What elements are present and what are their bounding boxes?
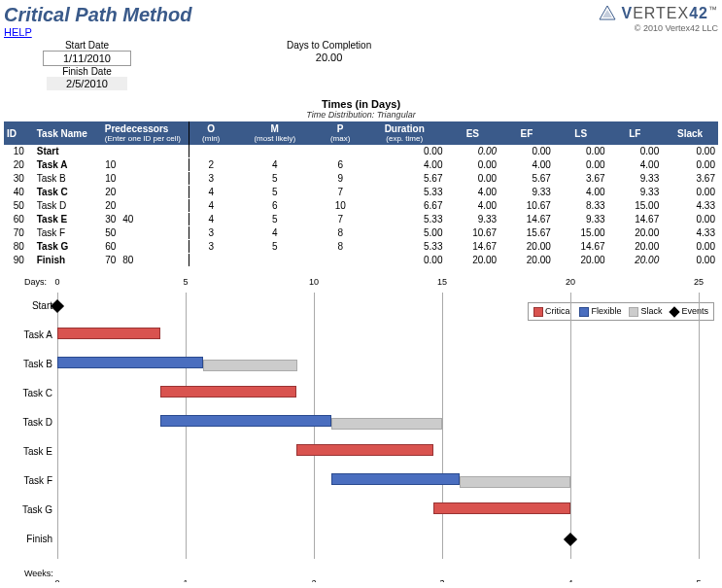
cell-pred[interactable]: 80 [120,254,137,267]
cell-pred[interactable] [172,254,189,267]
cell-id[interactable]: 40 [4,186,34,199]
cell-pred[interactable] [155,226,172,240]
cell-o[interactable]: 3 [189,226,232,240]
cell-m[interactable]: 5 [232,240,317,254]
cell-pred[interactable] [172,226,189,240]
cell-pred[interactable] [120,145,137,158]
cell-pred[interactable] [137,158,155,172]
cell-pred[interactable] [102,145,120,158]
cell-task[interactable]: Task G [34,240,102,254]
cell-m[interactable]: 6 [232,199,317,213]
cell-pred[interactable] [137,254,155,267]
cell-pred[interactable] [120,226,137,240]
cell-o[interactable]: 4 [189,199,232,213]
cell-pred[interactable] [137,145,155,158]
cell-o[interactable]: 4 [189,186,232,199]
cell-pred[interactable] [137,172,155,186]
cell-o[interactable] [189,254,232,267]
cell-o[interactable]: 4 [189,213,232,226]
cell-pred[interactable]: 40 [120,213,137,226]
cell-p[interactable] [317,145,362,158]
cell-p[interactable]: 7 [317,186,362,199]
cell-id[interactable]: 50 [4,199,34,213]
cell-pred[interactable] [120,172,137,186]
cell-task[interactable]: Task F [34,226,102,240]
help-link[interactable]: HELP [4,26,32,38]
cell-pred[interactable] [172,186,189,199]
cell-p[interactable]: 10 [317,199,362,213]
cell-task[interactable]: Task D [34,199,102,213]
table-row[interactable]: 40Task C204575.334.009.334.009.330.00 [4,186,718,199]
cell-pred[interactable]: 20 [102,186,120,199]
cell-pred[interactable]: 60 [102,240,120,254]
cell-pred[interactable] [172,145,189,158]
cell-m[interactable]: 5 [232,172,317,186]
cell-p[interactable] [317,254,362,267]
cell-m[interactable]: 5 [232,213,317,226]
cell-m[interactable]: 5 [232,186,317,199]
cell-o[interactable] [189,145,232,158]
table-row[interactable]: 10Start0.000.000.000.000.000.00 [4,145,718,158]
cell-task[interactable]: Task A [34,158,102,172]
cell-pred[interactable] [155,254,172,267]
cell-p[interactable]: 7 [317,213,362,226]
cell-pred[interactable]: 50 [102,226,120,240]
cell-pred[interactable] [137,240,155,254]
cell-pred[interactable] [137,213,155,226]
cell-id[interactable]: 10 [4,145,34,158]
cell-pred[interactable] [137,226,155,240]
cell-o[interactable]: 3 [189,172,232,186]
table-row[interactable]: 50Task D2046106.674.0010.678.3315.004.33 [4,199,718,213]
cell-pred[interactable] [120,240,137,254]
cell-pred[interactable]: 20 [102,199,120,213]
cell-p[interactable]: 6 [317,158,362,172]
cell-pred[interactable] [155,213,172,226]
cell-pred[interactable] [172,172,189,186]
cell-id[interactable]: 30 [4,172,34,186]
table-row[interactable]: 80Task G603585.3314.6720.0014.6720.000.0… [4,240,718,254]
cell-p[interactable]: 8 [317,240,362,254]
cell-task[interactable]: Finish [34,254,102,267]
cell-pred[interactable] [155,199,172,213]
table-row[interactable]: 70Task F503485.0010.6715.6715.0020.004.3… [4,226,718,240]
cell-pred[interactable] [120,199,137,213]
table-row[interactable]: 90Finish70800.0020.0020.0020.0020.000.00 [4,254,718,267]
cell-p[interactable]: 8 [317,226,362,240]
table-row[interactable]: 20Task A102464.000.004.000.004.000.00 [4,158,718,172]
cell-pred[interactable] [137,199,155,213]
cell-pred[interactable] [120,158,137,172]
cell-pred[interactable] [172,158,189,172]
cell-o[interactable]: 3 [189,240,232,254]
cell-pred[interactable]: 10 [102,172,120,186]
table-row[interactable]: 60Task E30404575.339.3314.679.3314.670.0… [4,213,718,226]
start-date-input[interactable]: 1/11/2010 [43,51,131,66]
cell-id[interactable]: 70 [4,226,34,240]
cell-pred[interactable] [172,240,189,254]
cell-pred[interactable]: 10 [102,158,120,172]
cell-m[interactable]: 4 [232,158,317,172]
cell-o[interactable]: 2 [189,158,232,172]
cell-m[interactable]: 4 [232,226,317,240]
cell-pred[interactable] [155,172,172,186]
cell-pred[interactable] [137,186,155,199]
cell-pred[interactable] [172,213,189,226]
cell-id[interactable]: 90 [4,254,34,267]
cell-pred[interactable] [155,158,172,172]
cell-task[interactable]: Start [34,145,102,158]
cell-pred[interactable] [155,186,172,199]
cell-id[interactable]: 80 [4,240,34,254]
cell-task[interactable]: Task E [34,213,102,226]
cell-pred[interactable] [155,240,172,254]
cell-task[interactable]: Task C [34,186,102,199]
cell-pred[interactable]: 70 [102,254,120,267]
cell-id[interactable]: 20 [4,158,34,172]
cell-pred[interactable] [155,145,172,158]
cell-m[interactable] [232,254,317,267]
cell-pred[interactable] [120,186,137,199]
cell-task[interactable]: Task B [34,172,102,186]
cell-m[interactable] [232,145,317,158]
cell-id[interactable]: 60 [4,213,34,226]
cell-pred[interactable] [172,199,189,213]
cell-p[interactable]: 9 [317,172,362,186]
table-row[interactable]: 30Task B103595.670.005.673.679.333.67 [4,172,718,186]
